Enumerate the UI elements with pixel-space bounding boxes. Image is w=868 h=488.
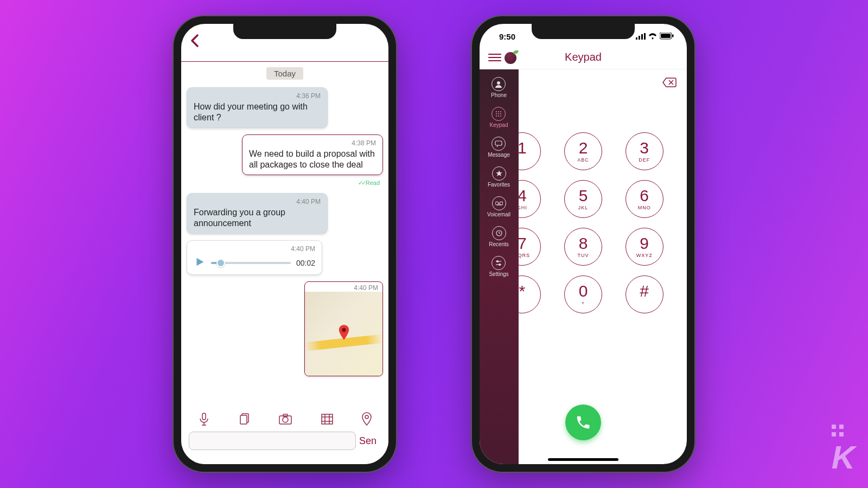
keypad-hash[interactable]: # — [626, 275, 663, 313]
drawer-item-recents[interactable]: Recents — [489, 226, 509, 247]
svg-rect-14 — [639, 36, 640, 40]
phone-person-icon — [492, 77, 506, 91]
svg-point-25 — [498, 113, 499, 114]
star-icon — [492, 166, 506, 181]
screen-keypad: 9:50 Keypad Phone — [480, 24, 687, 464]
message-outgoing[interactable]: 4:38 PM We need to build a proposal with… — [242, 134, 383, 175]
keypad-header: Keypad — [480, 46, 687, 69]
message-input[interactable] — [189, 432, 356, 450]
svg-rect-7 — [322, 414, 333, 424]
svg-point-22 — [498, 111, 499, 112]
keypad-9[interactable]: 9WXYZ — [626, 228, 663, 266]
message-timestamp: 4:36 PM — [194, 92, 321, 100]
keypad-3[interactable]: 3DEF — [626, 132, 663, 170]
svg-rect-30 — [495, 141, 502, 145]
notch — [532, 24, 635, 39]
phone-frame-chat: Today 4:36 PM How did your meeting go wi… — [174, 16, 396, 472]
keypad-6[interactable]: 6MNO — [626, 180, 663, 218]
hamburger-icon[interactable] — [488, 52, 501, 63]
svg-point-27 — [496, 115, 497, 117]
svg-rect-18 — [661, 34, 671, 38]
call-button[interactable] — [565, 404, 601, 440]
message-text: How did your meeting go with client ? — [194, 102, 308, 122]
status-time: 9:50 — [493, 32, 515, 41]
side-drawer: Phone Keypad Message Favorites Voicemail — [480, 69, 519, 464]
map-thumbnail[interactable] — [305, 292, 382, 376]
backspace-icon[interactable] — [662, 77, 677, 91]
keypad-2[interactable]: 2ABC — [564, 132, 602, 170]
svg-rect-13 — [636, 37, 637, 40]
svg-point-32 — [500, 202, 503, 205]
location-message[interactable]: 4:40 PM — [304, 281, 383, 376]
location-icon[interactable] — [361, 412, 372, 428]
send-button[interactable]: Sen — [359, 435, 381, 447]
drawer-item-voicemail[interactable]: Voicemail — [487, 196, 510, 217]
video-icon[interactable] — [320, 413, 334, 428]
message-icon — [492, 137, 506, 151]
svg-point-38 — [499, 264, 501, 266]
audio-message[interactable]: 4:40 PM 00:02 — [187, 240, 322, 275]
clock-icon — [492, 226, 506, 240]
svg-rect-19 — [672, 34, 674, 37]
watermark: K — [832, 425, 853, 476]
audio-duration: 00:02 — [296, 259, 315, 267]
message-text: Forwarding you a group announcement — [194, 208, 285, 228]
drawer-item-keypad[interactable]: Keypad — [490, 107, 508, 128]
play-icon[interactable] — [194, 256, 206, 270]
microphone-icon[interactable] — [197, 412, 210, 428]
wifi-icon — [648, 32, 658, 41]
chat-footer: Sen — [181, 410, 388, 464]
svg-point-20 — [497, 81, 500, 85]
drawer-item-phone[interactable]: Phone — [491, 77, 507, 98]
phone-frame-keypad: 9:50 Keypad Phone — [472, 16, 694, 472]
svg-rect-15 — [641, 34, 643, 40]
svg-point-29 — [500, 115, 501, 117]
map-pin-icon — [338, 325, 350, 343]
drawer-item-favorites[interactable]: Favorites — [488, 166, 510, 188]
battery-icon — [660, 32, 674, 41]
read-receipt: ✓✓Read — [358, 179, 380, 187]
settings-sliders-icon — [492, 256, 506, 270]
message-timestamp: 4:40 PM — [194, 198, 321, 206]
svg-point-26 — [500, 113, 501, 114]
message-timestamp: 4:40 PM — [194, 245, 315, 253]
keypad-area: Phone Keypad Message Favorites Voicemail — [480, 69, 687, 464]
date-separator: Today — [266, 67, 303, 80]
svg-rect-3 — [240, 415, 247, 424]
chat-body: Today 4:36 PM How did your meeting go wi… — [181, 62, 388, 410]
message-timestamp: 4:40 PM — [305, 282, 382, 292]
keypad-5[interactable]: 5JKL — [564, 180, 602, 218]
svg-point-36 — [497, 261, 499, 262]
signal-icon — [636, 32, 646, 41]
svg-point-5 — [283, 417, 288, 422]
svg-point-28 — [498, 115, 499, 117]
svg-point-23 — [500, 111, 501, 112]
svg-point-21 — [496, 111, 497, 112]
svg-rect-1 — [202, 413, 206, 420]
message-text: We need to build a proposal with all pac… — [249, 149, 375, 169]
svg-point-12 — [365, 415, 368, 419]
phone-handset-icon — [575, 414, 591, 431]
voicemail-icon — [492, 196, 506, 210]
audio-scrubber[interactable] — [211, 262, 291, 264]
svg-point-0 — [342, 328, 346, 331]
svg-point-31 — [495, 202, 499, 205]
svg-rect-16 — [644, 33, 646, 40]
back-icon[interactable] — [186, 33, 205, 53]
screen-chat: Today 4:36 PM How did your meeting go wi… — [181, 24, 388, 464]
notch — [233, 24, 336, 39]
keypad-0[interactable]: 0+ — [564, 275, 602, 313]
message-incoming[interactable]: 4:40 PM Forwarding you a group announcem… — [187, 193, 328, 234]
app-logo-icon — [505, 51, 518, 64]
drawer-item-message[interactable]: Message — [488, 137, 510, 158]
message-timestamp: 4:38 PM — [249, 139, 376, 147]
message-incoming[interactable]: 4:36 PM How did your meeting go with cli… — [187, 87, 328, 128]
camera-icon[interactable] — [278, 413, 292, 427]
svg-point-24 — [496, 113, 497, 114]
home-indicator[interactable] — [548, 458, 618, 461]
document-icon[interactable] — [238, 412, 251, 428]
keypad-grid-icon — [492, 107, 506, 121]
drawer-item-settings[interactable]: Settings — [489, 256, 508, 277]
keypad-8[interactable]: 8TUV — [564, 228, 602, 266]
svg-rect-6 — [283, 414, 288, 416]
